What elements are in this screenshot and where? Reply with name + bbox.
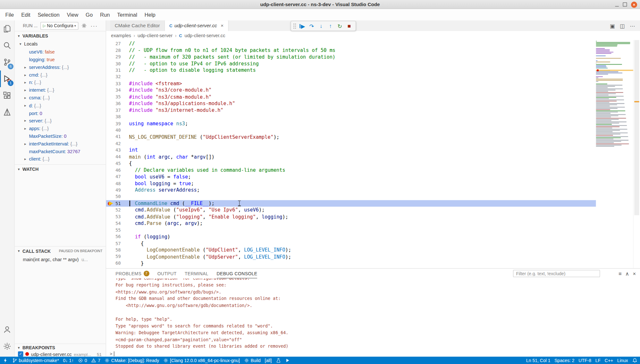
editor-tab[interactable]: Cudp-client-server.cc× bbox=[165, 21, 228, 31]
menu-file[interactable]: File bbox=[2, 9, 18, 21]
gutter[interactable]: 29 bbox=[106, 54, 129, 60]
gutter[interactable]: 45 bbox=[106, 160, 129, 167]
gutter[interactable]: 31 bbox=[106, 67, 129, 74]
cmake-tools-icon[interactable] bbox=[0, 104, 14, 120]
continue-button[interactable]: ▶ bbox=[298, 21, 307, 30]
cmake-status[interactable]: CMake: [Debug]: Ready bbox=[102, 357, 161, 364]
code-line[interactable]: 37#include "ns3/internet-module.h" bbox=[106, 107, 596, 114]
more-actions-icon[interactable]: ··· bbox=[91, 23, 98, 29]
start-debug-icon[interactable]: ▷ bbox=[43, 24, 46, 28]
variable-row[interactable]: ▸server:{...} bbox=[15, 117, 106, 125]
variables-header[interactable]: ▾ VARIABLES bbox=[15, 31, 106, 40]
search-icon[interactable] bbox=[0, 37, 14, 54]
launch-button[interactable] bbox=[283, 357, 292, 364]
variable-row[interactable]: ▸interPacketInterval:{...} bbox=[15, 140, 106, 148]
gutter[interactable]: 50 bbox=[106, 194, 129, 200]
menu-go[interactable]: Go bbox=[82, 9, 97, 21]
remote-indicator[interactable] bbox=[1, 357, 10, 364]
code-line[interactable]: 27// bbox=[106, 40, 596, 47]
test-button[interactable] bbox=[274, 357, 283, 364]
menu-selection[interactable]: Selection bbox=[34, 9, 63, 21]
stop-button[interactable]: ■ bbox=[345, 21, 354, 30]
step-over-button[interactable]: ↷ bbox=[307, 21, 316, 30]
code-line[interactable]: 54 cmd.Parse (argc, argv); bbox=[106, 220, 596, 227]
code-line[interactable]: 42 bbox=[106, 140, 596, 147]
gutter[interactable]: 40 bbox=[106, 127, 129, 134]
maximize-panel-icon[interactable]: ∧ bbox=[625, 270, 629, 277]
gutter[interactable]: 33 bbox=[106, 80, 129, 87]
indentation[interactable]: Spaces: 2 bbox=[552, 357, 577, 364]
gutter[interactable]: 58 bbox=[106, 247, 129, 253]
panel-tab-debug-console[interactable]: DEBUG CONSOLE bbox=[216, 269, 257, 278]
code-line[interactable]: 55 bbox=[106, 227, 596, 234]
breadcrumb-item[interactable]: examples bbox=[111, 33, 131, 38]
variable-row[interactable]: ▸internet:{...} bbox=[15, 86, 106, 94]
code-line[interactable]: 46 // Declare variables used in command-… bbox=[106, 167, 596, 174]
menu-terminal[interactable]: Terminal bbox=[114, 9, 141, 21]
variable-row[interactable]: MaxPacketSize:0 bbox=[15, 132, 106, 140]
sync-status[interactable]: 0↓ 1↑ bbox=[61, 357, 76, 364]
gutter[interactable]: 43 bbox=[106, 147, 129, 153]
variable-row[interactable]: ▸client:{...} bbox=[15, 155, 106, 163]
panel-tab-output[interactable]: OUTPUT bbox=[157, 269, 177, 278]
gutter[interactable]: 53 bbox=[106, 213, 129, 220]
remote-os[interactable]: Linux bbox=[615, 357, 630, 364]
split-editor-icon[interactable]: ◫ bbox=[620, 23, 625, 29]
gutter[interactable]: 41 bbox=[106, 134, 129, 140]
editor-scrollbar[interactable] bbox=[633, 40, 640, 268]
step-into-button[interactable]: ↓ bbox=[317, 21, 325, 30]
scope-row-locals[interactable]: ▾Locals bbox=[15, 40, 106, 48]
code-line[interactable]: 28// - UDP flow from n0 to n1 of 1024 by… bbox=[106, 47, 596, 54]
gutter[interactable]: 46 bbox=[106, 167, 129, 174]
more-actions-icon[interactable]: ⋯ bbox=[630, 23, 635, 29]
code-line[interactable]: 53 cmd.AddValue ("logging", "Enable logg… bbox=[106, 213, 596, 220]
code-line[interactable]: 60 } bbox=[106, 260, 596, 267]
gutter[interactable]: 36 bbox=[106, 100, 129, 107]
code-line[interactable]: 33#include <fstream> bbox=[106, 80, 596, 87]
restart-button[interactable]: ↻ bbox=[335, 21, 344, 30]
maximize-button[interactable] bbox=[623, 3, 627, 7]
gutter[interactable]: 34 bbox=[106, 87, 129, 94]
close-button[interactable]: × bbox=[631, 1, 637, 7]
console-filter-input[interactable] bbox=[513, 270, 600, 277]
breadcrumb-item[interactable]: udp-client-server.cc bbox=[185, 33, 225, 38]
code-line[interactable]: 45{ bbox=[106, 160, 596, 167]
gutter[interactable]: 56 bbox=[106, 233, 129, 240]
gutter[interactable]: 39 bbox=[106, 120, 129, 127]
eol[interactable]: LF bbox=[593, 357, 602, 364]
gutter[interactable]: 55 bbox=[106, 227, 129, 234]
minimap[interactable] bbox=[596, 40, 634, 147]
code-line[interactable]: 31// - option to disable logging stateme… bbox=[106, 67, 596, 74]
editor-tab[interactable]: CMake Cache Editor bbox=[110, 21, 165, 31]
variable-row[interactable]: ▸csma:{...} bbox=[15, 94, 106, 102]
error-count[interactable]: 0 bbox=[76, 357, 89, 364]
code-line[interactable]: 43int bbox=[106, 147, 596, 153]
step-out-button[interactable]: ↑ bbox=[326, 21, 335, 30]
toolbar-drag-handle[interactable] bbox=[293, 23, 296, 29]
gutter[interactable]: 49 bbox=[106, 187, 129, 194]
gutter[interactable]: 48 bbox=[106, 180, 129, 187]
variable-row[interactable]: ▸serverAddress:{...} bbox=[15, 63, 106, 71]
variable-row[interactable]: ▸apps:{...} bbox=[15, 125, 106, 132]
menu-run[interactable]: Run bbox=[97, 9, 114, 21]
code-line[interactable]: 59 LogComponentEnable ("UdpServer", LOG_… bbox=[106, 253, 596, 260]
run-and-debug-icon[interactable]: 1 bbox=[0, 70, 14, 87]
close-panel-icon[interactable]: × bbox=[633, 270, 636, 277]
code-line[interactable]: 47 bool useV6 = false; bbox=[106, 173, 596, 180]
gutter[interactable]: 32 bbox=[106, 74, 129, 80]
close-tab-icon[interactable]: × bbox=[221, 23, 223, 29]
breadcrumb-item[interactable]: udp-client-server bbox=[138, 33, 173, 38]
kit-status[interactable]: [Clang 12.0.0 x86_64-pc-linux-gnu] bbox=[161, 357, 242, 364]
menu-help[interactable]: Help bbox=[141, 9, 159, 21]
call-stack-header[interactable]: ▾ CALL STACK PAUSED ON BREAKPOINT bbox=[15, 247, 106, 256]
code-line[interactable]: 48 bool logging = true; bbox=[106, 180, 596, 187]
menu-view[interactable]: View bbox=[63, 9, 82, 21]
extensions-icon[interactable] bbox=[0, 87, 14, 104]
watch-header[interactable]: ▾ WATCH bbox=[15, 165, 106, 174]
source-control-icon[interactable]: 6 bbox=[0, 54, 14, 70]
code-line[interactable]: 51 CommandLine cmd (__FILE__); bbox=[106, 200, 596, 207]
panel-tab-problems[interactable]: PROBLEMS7 bbox=[115, 269, 149, 278]
warning-count[interactable]: 7 bbox=[89, 357, 103, 364]
build-button[interactable]: Build bbox=[242, 357, 263, 364]
breakpoints-header[interactable]: ▾ BREAKPOINTS bbox=[15, 344, 106, 352]
